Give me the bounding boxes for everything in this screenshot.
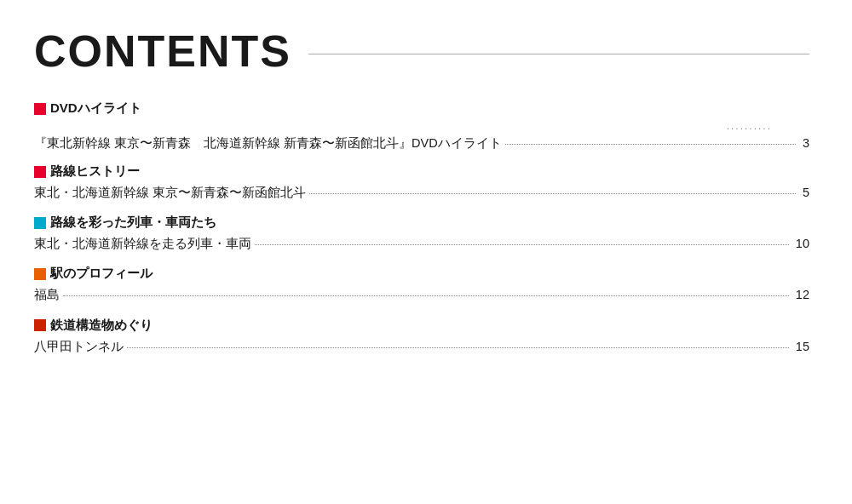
section-square-icon — [34, 166, 46, 178]
station-entry: 福島 12 — [34, 285, 809, 305]
dvd-page-num: 3 — [803, 136, 809, 150]
section-heading-text: DVDハイライト — [50, 100, 141, 117]
section-route-history: 路線ヒストリー 東北・北海道新幹線 東京〜新青森〜新函館北斗 5 — [34, 163, 809, 203]
section-heading-text: 鉄道構造物めぐり — [50, 318, 153, 334]
route-history-page: 5 — [803, 183, 809, 203]
page-container: CONTENTS DVDハイライト .......... 『東北新幹線 東京〜新… — [34, 26, 809, 357]
route-history-entry: 東北・北海道新幹線 東京〜新青森〜新函館北斗 5 — [34, 183, 809, 203]
section-heading-trains: 路線を彩った列車・車両たち — [34, 215, 809, 231]
route-history-dots — [309, 193, 796, 194]
section-heading-station: 駅のプロフィール — [34, 266, 809, 282]
station-text: 福島 — [34, 285, 60, 305]
title-divider — [308, 54, 809, 54]
section-heading-text: 路線を彩った列車・車両たち — [50, 215, 216, 231]
dvd-content-line: 『東北新幹線 東京〜新青森 北海道新幹線 新青森〜新函館北斗』DVDハイライト … — [34, 135, 809, 152]
page-title: CONTENTS — [34, 26, 291, 77]
section-square-icon — [34, 103, 46, 115]
section-heading-text: 路線ヒストリー — [50, 163, 140, 180]
section-railway-structures: 鉄道構造物めぐり 八甲田トンネル 15 — [34, 318, 809, 357]
trains-text: 東北・北海道新幹線を走る列車・車両 — [34, 234, 251, 254]
section-square-icon — [34, 217, 46, 229]
railway-dots — [127, 347, 789, 348]
railway-text: 八甲田トンネル — [34, 337, 124, 357]
page-header: CONTENTS — [34, 26, 809, 77]
trains-page: 10 — [796, 234, 809, 254]
dvd-dots-top: .......... — [727, 120, 786, 132]
section-station-profile: 駅のプロフィール 福島 12 — [34, 266, 809, 305]
dvd-dots — [505, 144, 796, 145]
section-heading-dvd: DVDハイライト — [34, 100, 809, 117]
dvd-entry-row: .......... 『東北新幹線 東京〜新青森 北海道新幹線 新青森〜新函館北… — [34, 120, 809, 152]
station-dots — [63, 295, 789, 296]
section-heading-railway: 鉄道構造物めぐり — [34, 318, 809, 334]
railway-page: 15 — [796, 337, 809, 357]
section-heading-text: 駅のプロフィール — [50, 266, 153, 282]
section-square-icon — [34, 268, 46, 280]
dvd-entry-text: 『東北新幹線 東京〜新青森 北海道新幹線 新青森〜新函館北斗』DVDハイライト — [34, 135, 502, 152]
route-history-text: 東北・北海道新幹線 東京〜新青森〜新函館北斗 — [34, 183, 306, 203]
trains-dots — [255, 244, 789, 245]
section-trains: 路線を彩った列車・車両たち 東北・北海道新幹線を走る列車・車両 10 — [34, 215, 809, 254]
trains-entry: 東北・北海道新幹線を走る列車・車両 10 — [34, 234, 809, 254]
railway-entry: 八甲田トンネル 15 — [34, 337, 809, 357]
station-page: 12 — [796, 285, 809, 305]
section-heading-route: 路線ヒストリー — [34, 163, 809, 180]
section-square-icon — [34, 319, 46, 331]
section-dvd-highlight: DVDハイライト .......... 『東北新幹線 東京〜新青森 北海道新幹線… — [34, 100, 809, 152]
